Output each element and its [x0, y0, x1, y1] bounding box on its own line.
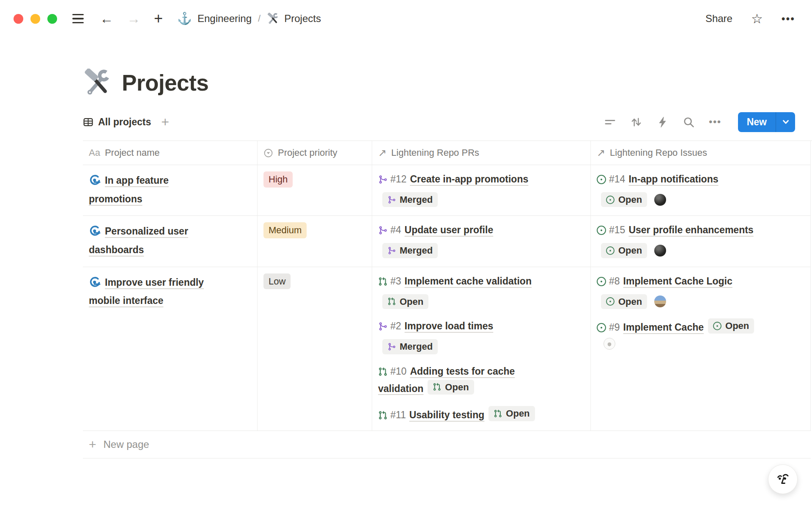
table-row-1-issues-cell: #14In-app notifications Open — [591, 165, 811, 216]
add-view-button[interactable]: + — [161, 114, 169, 130]
pr-status-badge[interactable]: Merged — [382, 192, 438, 207]
forward-icon[interactable]: → — [127, 12, 140, 25]
issue-status-label: Open — [618, 245, 642, 257]
breadcrumb-space[interactable]: Engineering — [198, 13, 252, 25]
new-button-dropdown[interactable] — [776, 112, 795, 132]
pr-mention[interactable]: #11Usability testingOpen — [378, 406, 551, 423]
pr-mention[interactable]: #3Implement cache validation Open — [378, 273, 551, 309]
pr-mention[interactable]: #4Update user profile Merged — [378, 222, 551, 258]
ai-assistant-button[interactable] — [768, 464, 798, 494]
pr-status-badge[interactable]: Merged — [382, 243, 438, 258]
priority-tag-high[interactable]: High — [263, 171, 293, 188]
cycle-project-icon — [89, 225, 101, 237]
git-pull-request-icon — [387, 297, 396, 306]
table-row-3-issues-cell: #8Implement Cache Logic Open #9Implement… — [591, 267, 811, 431]
automations-lightning-icon[interactable] — [656, 116, 669, 128]
git-merge-icon — [378, 322, 387, 331]
git-pull-request-icon — [378, 367, 387, 376]
pr-title: Implement cache validation — [405, 276, 532, 287]
filter-icon[interactable] — [604, 116, 616, 128]
issue-number: #8 — [609, 276, 620, 287]
sort-icon[interactable] — [630, 116, 642, 128]
issue-mention[interactable]: #9Implement CacheOpen — [597, 318, 770, 352]
pr-status-badge[interactable]: Open — [428, 380, 474, 395]
issue-number: #14 — [609, 174, 625, 185]
project-page-link[interactable]: Improve user friendly mobile interface — [89, 273, 216, 310]
pr-status-label: Open — [445, 381, 469, 393]
new-tab-icon[interactable]: + — [154, 11, 163, 26]
priority-tag-low[interactable]: Low — [263, 273, 291, 290]
back-icon[interactable]: ← — [100, 12, 113, 25]
issue-mention[interactable]: #8Implement Cache Logic Open — [597, 273, 770, 309]
issue-number: #15 — [609, 224, 625, 235]
column-header-label: Project name — [105, 147, 160, 158]
share-button[interactable]: Share — [705, 13, 732, 25]
pr-mention[interactable]: #12Create in-app promotions Merged — [378, 171, 551, 207]
pr-status-label: Open — [400, 296, 423, 308]
column-header-repo-prs[interactable]: ↗ Lightening Repo PRs — [372, 141, 591, 165]
issue-title: Implement Cache — [623, 322, 704, 333]
page-header: Projects — [83, 69, 812, 97]
column-header-label: Lightening Repo Issues — [610, 147, 707, 158]
issue-status-badge[interactable]: Open — [601, 294, 647, 309]
issue-status-badge[interactable]: Open — [708, 318, 754, 334]
new-button-label[interactable]: New — [738, 112, 776, 132]
breadcrumb-separator: / — [257, 13, 261, 24]
issue-open-icon — [713, 322, 721, 330]
table-row-1-name-cell: In app feature promotions — [83, 165, 258, 216]
search-icon[interactable] — [683, 116, 695, 128]
pr-status-badge[interactable]: Open — [488, 406, 535, 421]
ai-face-icon — [774, 471, 791, 488]
pr-title: Improve load times — [405, 320, 494, 331]
pr-mention[interactable]: #2Improve load times Merged — [378, 318, 551, 354]
database-toolbar: All projects + ••• New — [83, 112, 795, 132]
view-tab-all-projects[interactable]: All projects — [83, 116, 151, 128]
priority-tag-medium[interactable]: Medium — [263, 222, 307, 238]
issue-title: In-app notifications — [628, 174, 718, 185]
page-title[interactable]: Projects — [122, 70, 208, 96]
issue-mention[interactable]: #14In-app notifications Open — [597, 171, 770, 207]
issue-status-badge[interactable]: Open — [601, 192, 647, 207]
more-options-icon[interactable]: ••• — [782, 14, 795, 24]
table-row-2-priority-cell[interactable]: Medium — [258, 216, 372, 267]
chevron-down-icon — [781, 117, 790, 127]
table-row-3-prs-cell: #3Implement cache validation Open #2Impr… — [372, 267, 591, 431]
issue-status-badge[interactable]: Open — [601, 243, 647, 258]
git-pull-request-icon — [378, 277, 387, 286]
avatar — [654, 245, 666, 257]
issue-open-icon — [606, 297, 614, 306]
issue-status-label: Open — [618, 296, 642, 308]
pr-status-badge[interactable]: Merged — [382, 339, 438, 354]
column-header-project-priority[interactable]: Project priority — [258, 141, 372, 165]
project-page-link[interactable]: In app feature promotions — [89, 171, 216, 208]
issue-open-icon — [606, 196, 614, 204]
arrow-up-right-icon: ↗ — [597, 148, 605, 158]
breadcrumb-page[interactable]: Projects — [284, 13, 321, 25]
pr-status-badge[interactable]: Open — [382, 294, 428, 309]
issue-status-label: Open — [725, 320, 749, 332]
project-name: Personalized user dashboards — [89, 226, 188, 255]
window-zoom-button[interactable] — [47, 14, 57, 24]
pr-mention[interactable]: #10Adding tests for cache validationOpen — [378, 364, 551, 397]
pr-number: #12 — [390, 174, 406, 185]
window-close-button[interactable] — [14, 14, 23, 24]
project-page-link[interactable]: Personalized user dashboards — [89, 222, 216, 259]
new-page-row[interactable]: + New page — [83, 431, 811, 458]
table-row-1-priority-cell[interactable]: High — [258, 165, 372, 216]
new-button[interactable]: New — [738, 112, 795, 132]
git-merge-icon — [378, 175, 387, 184]
issue-status-label: Open — [618, 194, 642, 206]
sidebar-menu-icon[interactable] — [72, 14, 84, 23]
pr-title: Create in-app promotions — [410, 174, 528, 185]
favorite-star-icon[interactable]: ☆ — [751, 12, 763, 25]
git-merge-icon — [387, 196, 396, 204]
page-icon-hammer-wrench[interactable] — [83, 69, 111, 97]
view-more-options-icon[interactable]: ••• — [709, 116, 721, 128]
breadcrumb: ⚓ Engineering / Projects — [177, 13, 321, 25]
column-header-repo-issues[interactable]: ↗ Lightening Repo Issues — [591, 141, 811, 165]
issue-mention[interactable]: #15User profile enhancements Open — [597, 222, 770, 258]
new-page-label: New page — [104, 439, 149, 450]
column-header-project-name[interactable]: Aa Project name — [83, 141, 258, 165]
table-row-3-priority-cell[interactable]: Low — [258, 267, 372, 431]
window-minimize-button[interactable] — [30, 14, 40, 24]
